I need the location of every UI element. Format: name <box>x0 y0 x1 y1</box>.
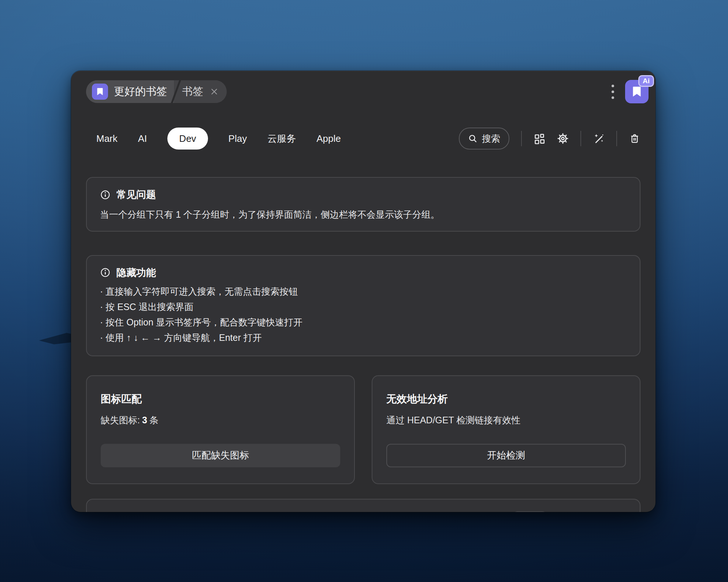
tip-line: · 使用 ↑ ↓ ← → 方向键导航，Enter 打开 <box>100 330 627 345</box>
hidden-features-card: 隐藏功能 · 直接输入字符即可进入搜索，无需点击搜索按钮 · 按 ESC 退出搜… <box>86 255 640 356</box>
toolbar-divider <box>580 131 581 146</box>
toolbar-divider <box>521 131 522 146</box>
missing-icons-count: 3 <box>142 415 147 425</box>
magic-wand-icon <box>593 133 605 144</box>
tab-play[interactable]: Play <box>229 133 247 144</box>
grid-icon <box>534 133 545 144</box>
tab-ai[interactable]: AI <box>138 133 147 144</box>
range-tab-monthly[interactable]: 按月 <box>592 511 626 512</box>
trash-icon <box>629 133 640 144</box>
app-tab-label: 更好的书签 <box>114 84 167 99</box>
app-logo[interactable]: Ai <box>625 80 649 103</box>
link-check-description: 通过 HEAD/GET 检测链接有效性 <box>386 414 626 426</box>
toolbar-divider <box>616 131 617 146</box>
tip-line: · 直接输入字符即可进入搜索，无需点击搜索按钮 <box>100 284 627 299</box>
tip-line: · 按 ESC 退出搜索界面 <box>100 299 627 314</box>
bookmarks-app-window: 更好的书签 书签 Ai Mark <box>71 71 655 512</box>
tab-mark[interactable]: Mark <box>96 133 118 144</box>
faq-card: 常见问题 当一个分组下只有 1 个子分组时，为了保持界面简洁，侧边栏将不会显示该… <box>86 177 640 232</box>
range-tab-weekly[interactable]: 按周 <box>553 511 586 512</box>
nav-toolbar: Mark AI Dev Play 云服务 Apple 搜索 <box>86 127 640 150</box>
bookmark-icon <box>92 84 108 100</box>
magic-wand-button[interactable] <box>593 133 605 144</box>
faq-body: 当一个分组下只有 1 个子分组时，为了保持界面简洁，侧边栏将不会显示该子分组。 <box>100 209 627 221</box>
toolbar-actions: 搜索 <box>459 128 640 150</box>
group-tabs: Mark AI Dev Play 云服务 Apple <box>86 128 341 150</box>
overflow-menu-button[interactable] <box>611 82 615 101</box>
info-icon <box>100 189 111 200</box>
usage-stats-card: 使用统计 按日 按周 按月 <box>86 499 640 512</box>
faq-title: 常见问题 <box>116 188 156 201</box>
settings-button[interactable] <box>557 133 569 144</box>
missing-icons-stat: 缺失图标:3条 <box>101 414 340 426</box>
tip-line: · 按住 Option 显示书签序号，配合数字键快速打开 <box>100 314 627 330</box>
trash-button[interactable] <box>629 133 640 144</box>
window-topbar: 更好的书签 书签 Ai <box>86 80 640 104</box>
app-home-tab[interactable]: 更好的书签 <box>86 80 177 103</box>
desktop: { "colors": { "accent_purple": "#756ee4"… <box>0 0 728 582</box>
search-icon <box>468 134 478 143</box>
search-label: 搜索 <box>482 133 500 145</box>
info-icon <box>100 267 111 278</box>
bookmark-icon <box>630 85 643 98</box>
bookmarks-page-tab[interactable]: 书签 <box>174 80 227 103</box>
grid-view-button[interactable] <box>534 133 545 144</box>
page-tab-label: 书签 <box>182 84 203 99</box>
start-check-button[interactable]: 开始检测 <box>386 444 626 467</box>
match-missing-icons-button[interactable]: 匹配缺失图标 <box>101 444 340 467</box>
icon-match-card: 图标匹配 缺失图标:3条 匹配缺失图标 <box>86 375 355 484</box>
window-controls: Ai <box>611 80 649 103</box>
usage-stats-title: 使用统计 <box>101 512 142 512</box>
ai-badge: Ai <box>638 75 654 87</box>
tab-cloud[interactable]: 云服务 <box>267 132 296 145</box>
link-check-title: 无效地址分析 <box>386 392 626 406</box>
tab-apple[interactable]: Apple <box>316 133 341 144</box>
gear-icon <box>557 133 569 144</box>
close-icon[interactable] <box>209 86 219 97</box>
breadcrumb-tab-group: 更好的书签 书签 <box>86 80 227 103</box>
search-button[interactable]: 搜索 <box>459 128 509 150</box>
hidden-features-title: 隐藏功能 <box>116 266 156 279</box>
link-check-card: 无效地址分析 通过 HEAD/GET 检测链接有效性 开始检测 <box>372 375 640 484</box>
icon-match-title: 图标匹配 <box>101 392 340 406</box>
tool-cards-row: 图标匹配 缺失图标:3条 匹配缺失图标 无效地址分析 通过 HEAD/GET 检… <box>86 375 640 484</box>
stats-range-tabs: 按日 按周 按月 <box>513 511 626 512</box>
range-tab-daily[interactable]: 按日 <box>513 511 547 512</box>
tab-dev[interactable]: Dev <box>167 128 208 150</box>
